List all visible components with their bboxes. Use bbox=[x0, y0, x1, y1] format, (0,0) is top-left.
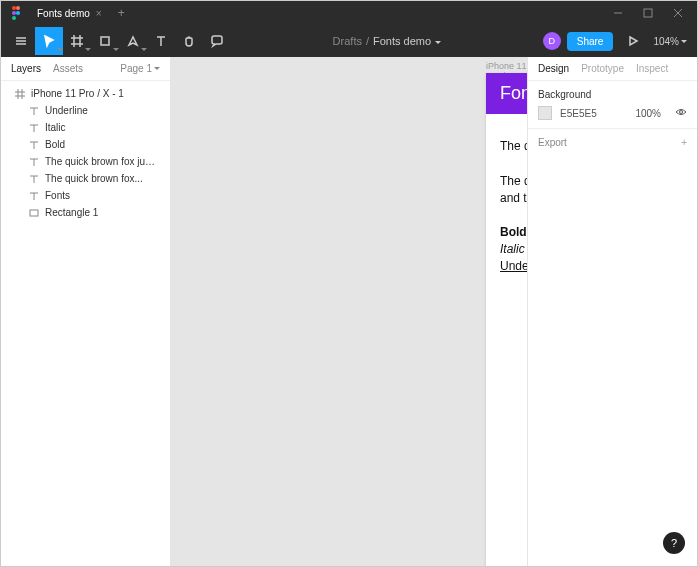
zoom-dropdown[interactable]: 104% bbox=[653, 36, 687, 47]
close-tab-icon[interactable]: × bbox=[96, 8, 102, 19]
tab-assets[interactable]: Assets bbox=[53, 63, 83, 74]
tab-inspect[interactable]: Inspect bbox=[636, 63, 668, 74]
svg-point-0 bbox=[12, 6, 16, 10]
canvas-text-italic[interactable]: Italic bbox=[500, 241, 527, 258]
move-tool-button[interactable] bbox=[35, 27, 63, 55]
window-tab-title: Fonts demo bbox=[37, 8, 90, 19]
export-section-label: Export bbox=[538, 137, 567, 148]
tab-layers[interactable]: Layers bbox=[11, 63, 41, 74]
window-tab[interactable]: Fonts demo × bbox=[29, 4, 110, 23]
layer-label: Rectangle 1 bbox=[45, 207, 98, 218]
present-button[interactable] bbox=[619, 27, 647, 55]
text-tool-button[interactable] bbox=[147, 27, 175, 55]
comment-tool-button[interactable] bbox=[203, 27, 231, 55]
svg-rect-6 bbox=[644, 9, 652, 17]
page-dropdown[interactable]: Page 1 bbox=[120, 63, 160, 74]
svg-point-2 bbox=[12, 11, 16, 15]
text-layer-icon bbox=[29, 106, 39, 116]
canvas-text-bold[interactable]: Bold bbox=[500, 224, 527, 241]
shape-tool-button[interactable] bbox=[91, 27, 119, 55]
background-opacity[interactable]: 100% bbox=[635, 108, 661, 119]
background-hex[interactable]: E5E5E5 bbox=[560, 108, 597, 119]
text-layer-icon bbox=[29, 191, 39, 201]
svg-point-1 bbox=[16, 6, 20, 10]
canvas-text-p1[interactable]: The quick brown fox... bbox=[500, 138, 527, 155]
tab-prototype[interactable]: Prototype bbox=[581, 63, 624, 74]
svg-rect-35 bbox=[30, 210, 38, 216]
layer-row[interactable]: The quick brown fox... bbox=[1, 170, 170, 187]
layer-row[interactable]: Fonts bbox=[1, 187, 170, 204]
window-titlebar: Fonts demo × + bbox=[1, 1, 697, 25]
text-layer-icon bbox=[29, 140, 39, 150]
background-swatch[interactable] bbox=[538, 106, 552, 120]
canvas-text-p2[interactable]: The quick brown fox jumped... and then w… bbox=[500, 173, 527, 207]
window-close-button[interactable] bbox=[663, 1, 693, 25]
svg-point-4 bbox=[12, 16, 16, 20]
layer-row[interactable]: Underline bbox=[1, 102, 170, 119]
visibility-toggle-icon[interactable] bbox=[675, 106, 687, 120]
layer-row[interactable]: The quick brown fox jumped...... bbox=[1, 153, 170, 170]
main-toolbar: Drafts / Fonts demo D Share 104% bbox=[1, 25, 697, 57]
layer-row[interactable]: Rectangle 1 bbox=[1, 204, 170, 221]
text-layer-icon bbox=[29, 174, 39, 184]
breadcrumb-parent[interactable]: Drafts bbox=[333, 35, 362, 47]
text-layer-icon bbox=[29, 157, 39, 167]
window-minimize-button[interactable] bbox=[603, 1, 633, 25]
background-section-label: Background bbox=[538, 89, 687, 100]
canvas-frame[interactable]: Fonts The quick brown fox... The quick b… bbox=[486, 73, 527, 566]
right-panel: Design Prototype Inspect Background E5E5… bbox=[527, 57, 697, 566]
text-layer-icon bbox=[29, 123, 39, 133]
layer-label: Underline bbox=[45, 105, 88, 116]
figma-logo-icon bbox=[9, 5, 25, 21]
frame-tool-button[interactable] bbox=[63, 27, 91, 55]
pen-tool-button[interactable] bbox=[119, 27, 147, 55]
frame-icon bbox=[15, 89, 25, 99]
layer-label: Fonts bbox=[45, 190, 70, 201]
add-tab-button[interactable]: + bbox=[110, 6, 133, 20]
layer-row[interactable]: Bold bbox=[1, 136, 170, 153]
canvas-header-text[interactable]: Fonts bbox=[486, 73, 527, 114]
layer-label: The quick brown fox... bbox=[45, 173, 143, 184]
layer-frame-row[interactable]: iPhone 11 Pro / X - 1 bbox=[1, 85, 170, 102]
breadcrumb-sep: / bbox=[366, 35, 369, 47]
canvas[interactable]: iPhone 11 Pro / X - 1 Fonts The quick br… bbox=[171, 57, 527, 566]
share-button[interactable]: Share bbox=[567, 32, 614, 51]
layer-row[interactable]: Italic bbox=[1, 119, 170, 136]
help-button[interactable]: ? bbox=[663, 532, 685, 554]
layer-label: Bold bbox=[45, 139, 65, 150]
hand-tool-button[interactable] bbox=[175, 27, 203, 55]
breadcrumb[interactable]: Drafts / Fonts demo bbox=[231, 35, 543, 47]
canvas-text-underline[interactable]: Underline bbox=[500, 258, 527, 275]
svg-point-36 bbox=[680, 111, 683, 114]
breadcrumb-doc-title[interactable]: Fonts demo bbox=[373, 35, 441, 47]
add-export-button[interactable]: + bbox=[681, 137, 687, 148]
layer-label: Italic bbox=[45, 122, 66, 133]
layer-label: iPhone 11 Pro / X - 1 bbox=[31, 88, 124, 99]
svg-point-3 bbox=[16, 11, 20, 15]
menu-button[interactable] bbox=[7, 27, 35, 55]
svg-rect-16 bbox=[101, 37, 109, 45]
avatar[interactable]: D bbox=[543, 32, 561, 50]
rectangle-layer-icon bbox=[29, 208, 39, 218]
left-panel: Layers Assets Page 1 iPhone 11 Pro / X -… bbox=[1, 57, 171, 566]
layer-label: The quick brown fox jumped...... bbox=[45, 156, 160, 167]
window-maximize-button[interactable] bbox=[633, 1, 663, 25]
tab-design[interactable]: Design bbox=[538, 63, 569, 74]
